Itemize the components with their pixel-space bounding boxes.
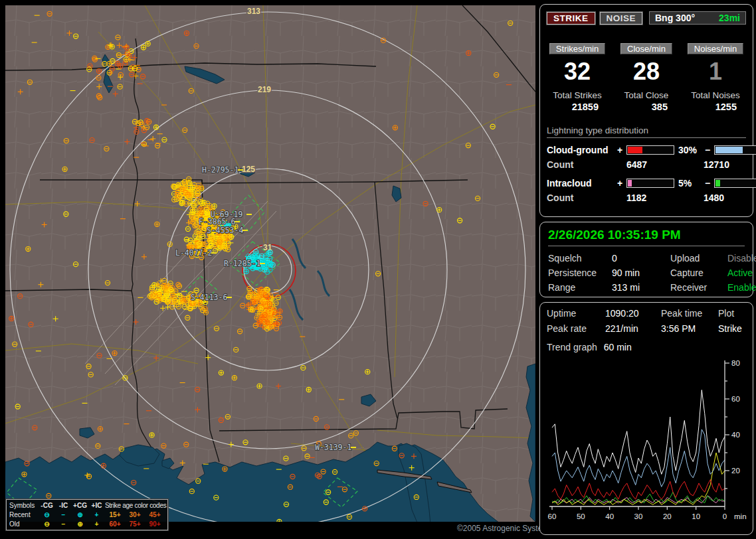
- ic-minus-bar: [714, 179, 756, 188]
- age-45: 45+: [145, 510, 165, 520]
- plus-sign: +: [617, 145, 626, 155]
- range-label: Range: [548, 282, 612, 293]
- cloud-ground-label: Cloud-ground: [547, 145, 617, 155]
- minus-sign: −: [705, 178, 714, 189]
- total-close-label: Total Close: [624, 90, 669, 100]
- age-75: 75+: [125, 520, 145, 529]
- uptime-value: 1090:20: [605, 308, 661, 319]
- legend-col-nic: -IC: [55, 501, 72, 510]
- peak-time-value: 3:56 PM: [661, 323, 718, 334]
- circle-plus-icon: ⊕: [72, 520, 88, 529]
- legend-age-title: Strike age color codes: [105, 501, 165, 510]
- trend-graph-value: 60 min: [604, 342, 632, 352]
- squelch-value: 0: [612, 253, 670, 264]
- upload-label: Upload: [670, 253, 727, 264]
- svg-text:60: 60: [731, 395, 740, 403]
- noises-per-min-chip: Noises/min: [688, 43, 743, 54]
- svg-text:H-2795-1: H-2795-1: [202, 165, 238, 175]
- noise-button[interactable]: NOISE: [600, 12, 643, 25]
- svg-text:60: 60: [548, 512, 557, 520]
- svg-text:313: 313: [247, 7, 260, 16]
- strike-button[interactable]: STRIKE: [547, 12, 595, 25]
- svg-text:L-4077-2: L-4077-2: [175, 248, 212, 258]
- cg-plus-pct: 30%: [674, 145, 705, 155]
- map-legend: Symbols -CG -IC +CG +IC Strike age color…: [6, 499, 168, 530]
- minus-icon: −: [55, 510, 72, 520]
- intracloud-label: Intracloud: [547, 178, 617, 189]
- strike-map[interactable]: 31321912531 H-2795-1U-69-19F-3865-6S-455…: [5, 5, 535, 522]
- plus-icon: +: [88, 520, 105, 529]
- svg-text:S-4113-6: S-4113-6: [191, 293, 227, 302]
- total-noises-label: Total Noises: [691, 90, 740, 100]
- intracloud-row: Intracloud + 5% − 7%: [547, 178, 746, 189]
- legend-col-pcg: +CG: [72, 501, 88, 510]
- plot-value: Strike: [718, 323, 746, 334]
- svg-text:W-3139-1: W-3139-1: [315, 443, 351, 452]
- svg-text:S-4553-4: S-4553-4: [207, 226, 243, 235]
- circle-plus-icon: ⊕: [72, 510, 88, 520]
- copyright-text: ©2005 Astrogenic Systems: [457, 524, 553, 533]
- svg-text:50: 50: [577, 512, 585, 520]
- noises-per-min-column: Noises/min 1 Total Noises 1255: [685, 43, 746, 112]
- close-per-min-column: Close/min 28 Total Close 385: [616, 43, 677, 112]
- datetime-display: 2/26/2026 10:35:19 PM: [548, 228, 745, 246]
- svg-text:R-1285-1: R-1285-1: [224, 259, 260, 268]
- status-panel: 2/26/2026 10:35:19 PM Squelch 0 Upload D…: [539, 222, 753, 297]
- legend-symbols-header: Symbols: [9, 501, 39, 510]
- persistence-value: 90 min: [612, 268, 670, 278]
- circle-minus-icon: ⊖: [39, 520, 55, 529]
- count-label: Count: [547, 193, 617, 203]
- peak-time-label: Peak time: [661, 308, 718, 319]
- capture-label: Capture: [670, 268, 727, 278]
- peak-rate-value: 221/min: [605, 323, 661, 334]
- persistence-label: Persistence: [548, 268, 612, 278]
- age-60: 60+: [105, 520, 125, 529]
- svg-text:30: 30: [634, 512, 643, 520]
- legend-col-ncg: -CG: [39, 501, 55, 510]
- total-strikes-label: Total Strikes: [553, 90, 602, 100]
- total-noises-value: 1255: [715, 102, 746, 112]
- plus-icon: +: [88, 510, 105, 520]
- age-15: 15+: [105, 510, 125, 520]
- stats-panel: STRIKE NOISE Bng 300° 23mi Strikes/min 3…: [539, 4, 753, 217]
- svg-text:125: 125: [242, 165, 255, 174]
- total-strikes-value: 21859: [572, 102, 608, 112]
- svg-text:0: 0: [723, 512, 727, 520]
- map-canvas[interactable]: 31321912531 H-2795-1U-69-19F-3865-6S-455…: [5, 5, 535, 522]
- svg-text:219: 219: [258, 85, 271, 94]
- trend-graph: 204060806050403020100min: [547, 356, 747, 528]
- ic-plus-bar: [626, 179, 674, 188]
- strikes-per-min-column: Strikes/min 32 Total Strikes 21859: [547, 43, 608, 112]
- peak-rate-label: Peak rate: [547, 323, 605, 334]
- svg-text:10: 10: [692, 512, 700, 520]
- legend-old-label: Old: [9, 520, 39, 529]
- minus-sign: −: [705, 145, 714, 155]
- minus-icon: −: [55, 520, 72, 529]
- ic-plus-pct: 5%: [674, 178, 705, 189]
- noises-per-min-value: 1: [709, 58, 722, 85]
- cg-minus-bar: [714, 145, 756, 155]
- plus-sign: +: [617, 178, 626, 189]
- close-per-min-value: 28: [633, 58, 660, 85]
- strikes-per-min-value: 32: [564, 58, 591, 85]
- legend-col-pic: +IC: [88, 501, 105, 510]
- svg-text:20: 20: [663, 512, 672, 520]
- session-panel: Uptime 1090:20 Peak time Plot Peak rate …: [539, 302, 753, 535]
- close-per-min-chip: Close/min: [620, 43, 672, 54]
- svg-text:40: 40: [605, 512, 614, 520]
- total-close-value: 385: [652, 102, 677, 112]
- svg-text:80: 80: [731, 359, 740, 367]
- uptime-label: Uptime: [547, 308, 605, 319]
- trend-graph-label: Trend graph: [547, 342, 597, 352]
- circle-minus-icon: ⊖: [39, 510, 55, 520]
- svg-text:min: min: [734, 512, 747, 520]
- receiver-label: Receiver: [670, 282, 727, 293]
- capture-value: Active: [727, 268, 756, 278]
- strikes-per-min-chip: Strikes/min: [549, 43, 605, 54]
- cg-plus-bar: [626, 145, 674, 155]
- ic-minus-count: 1480: [704, 193, 756, 203]
- lightning-tracker-app: 31321912531 H-2795-1U-69-19F-3865-6S-455…: [0, 0, 756, 539]
- bearing-display: Bng 300° 23mi: [649, 11, 746, 25]
- squelch-label: Squelch: [548, 253, 612, 264]
- upload-value: Disabled: [727, 253, 756, 264]
